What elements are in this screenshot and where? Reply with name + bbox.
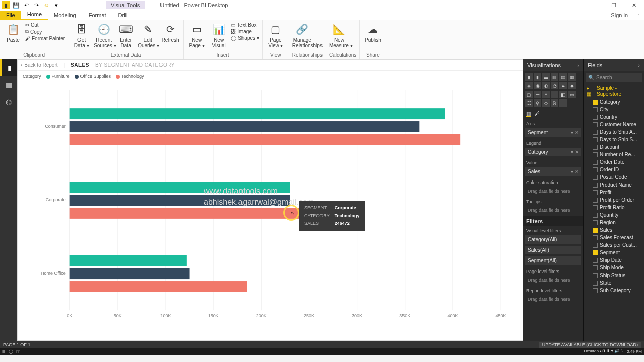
- collapse-viz-icon[interactable]: ›: [577, 62, 579, 68]
- update-available-button[interactable]: UPDATE AVAILABLE (CLICK TO DOWNLOAD): [539, 342, 641, 348]
- taskview-icon[interactable]: ▯▯: [16, 349, 20, 354]
- copy-button[interactable]: ⧉ Copy: [25, 29, 65, 35]
- field-checkbox[interactable]: [593, 160, 598, 165]
- bar[interactable]: [70, 255, 187, 266]
- bar[interactable]: [70, 268, 190, 279]
- field-item[interactable]: Profit per Order: [584, 196, 644, 204]
- field-item[interactable]: City: [584, 106, 644, 113]
- bar-chart[interactable]: 0K50K100K150K200K250K300K350K400K450KCon…: [18, 85, 523, 325]
- field-item[interactable]: Days to Ship S...: [584, 136, 644, 143]
- new-visual-button[interactable]: 📊New Visual: [209, 21, 229, 48]
- textbox-button[interactable]: ▭ Text Box: [231, 22, 259, 28]
- format-painter-button[interactable]: 🖌 Format Painter: [25, 36, 65, 41]
- viz-type-icon[interactable]: ▮: [525, 73, 533, 81]
- model-view-button[interactable]: ⌬: [0, 94, 17, 111]
- viz-type-icon[interactable]: ⋯: [559, 99, 567, 107]
- field-checkbox[interactable]: [593, 175, 598, 180]
- fields-search[interactable]: 🔍 Search: [586, 73, 642, 82]
- viz-type-icon[interactable]: ℝ: [551, 99, 558, 107]
- field-item[interactable]: Order Date: [584, 158, 644, 166]
- field-checkbox[interactable]: [593, 137, 598, 142]
- field-checkbox[interactable]: [593, 281, 598, 286]
- undo-icon[interactable]: ↶: [22, 1, 30, 9]
- viz-type-icon[interactable]: ≣: [551, 90, 558, 98]
- table-node[interactable]: ▸ ▦ Sample - Superstore: [584, 84, 644, 98]
- viz-type-icon[interactable]: ◔: [551, 82, 558, 89]
- field-item[interactable]: Profit Ratio: [584, 204, 644, 211]
- field-item[interactable]: Product Name: [584, 181, 644, 189]
- fields-tab-icon[interactable]: ▥: [526, 111, 531, 117]
- cut-button[interactable]: ✂ Cut: [25, 22, 65, 28]
- legend-well[interactable]: Category▾ ✕: [525, 148, 581, 156]
- tooltips-drop[interactable]: Drag data fields here: [525, 206, 581, 214]
- report-filters-drop[interactable]: Drag data fields here: [525, 295, 581, 303]
- field-checkbox[interactable]: [593, 273, 598, 278]
- bar[interactable]: [70, 134, 460, 145]
- new-page-button[interactable]: ▭New Page ▾: [187, 21, 207, 48]
- viz-type-icon[interactable]: ▥: [551, 73, 558, 81]
- field-item[interactable]: Postal Code: [584, 173, 644, 181]
- viz-type-icon[interactable]: ◧: [559, 90, 567, 98]
- field-checkbox[interactable]: [593, 115, 598, 120]
- field-checkbox[interactable]: [593, 228, 598, 233]
- axis-well[interactable]: Segment▾ ✕: [525, 128, 581, 137]
- cortana-icon[interactable]: ◯: [9, 349, 13, 354]
- field-checkbox[interactable]: [593, 130, 598, 135]
- new-measure-button[interactable]: 📐New Measure ▾: [329, 21, 349, 48]
- field-checkbox[interactable]: [593, 190, 598, 195]
- field-checkbox[interactable]: [593, 265, 598, 270]
- field-item[interactable]: Number of Re...: [584, 151, 644, 158]
- start-button[interactable]: ⊞: [2, 349, 6, 354]
- field-item[interactable]: Sub-Category: [584, 287, 644, 294]
- field-checkbox[interactable]: [593, 205, 598, 210]
- enter-data-button[interactable]: ⌨Enter Data: [116, 21, 136, 48]
- bar[interactable]: [70, 108, 445, 119]
- viz-type-icon[interactable]: ▬: [542, 73, 550, 81]
- tab-modeling[interactable]: Modeling: [48, 11, 83, 20]
- viz-gallery[interactable]: ▮▮▬▥▤▦◈◉◐◔▲◆▢☰⌖≣◧▭☷⚲◇ℝ⋯: [523, 71, 583, 109]
- close-button[interactable]: ✕: [624, 0, 644, 10]
- viz-type-icon[interactable]: ◆: [568, 82, 576, 89]
- tray-icons[interactable]: Desktop ▴ ◑ ▮ ᴥ 🔊 ⚐: [584, 349, 624, 354]
- filter-segment[interactable]: Segment(All): [525, 256, 581, 265]
- field-item[interactable]: Region: [584, 219, 644, 226]
- field-checkbox[interactable]: [593, 235, 598, 240]
- ribbon-collapse-icon[interactable]: ˄: [634, 13, 644, 20]
- field-item[interactable]: Customer Name: [584, 121, 644, 128]
- maximize-button[interactable]: ☐: [604, 0, 624, 10]
- viz-type-icon[interactable]: ▤: [559, 73, 567, 81]
- viz-type-icon[interactable]: ▲: [559, 82, 567, 89]
- field-checkbox[interactable]: [593, 145, 598, 150]
- filter-sales[interactable]: Sales(All): [525, 246, 581, 254]
- collapse-fields-icon[interactable]: ›: [638, 62, 640, 68]
- smiley-icon[interactable]: ☺: [42, 1, 50, 9]
- field-checkbox[interactable]: [593, 183, 598, 188]
- field-item[interactable]: Discount: [584, 143, 644, 151]
- minimize-button[interactable]: —: [584, 0, 604, 10]
- tab-file[interactable]: File: [0, 11, 21, 20]
- viz-type-icon[interactable]: ▦: [568, 73, 576, 81]
- viz-type-icon[interactable]: ⌖: [542, 90, 550, 98]
- field-checkbox[interactable]: [593, 288, 598, 293]
- field-item[interactable]: Sales: [584, 226, 644, 234]
- signin-link[interactable]: Sign in: [605, 11, 634, 20]
- field-item[interactable]: Country: [584, 113, 644, 121]
- back-to-report-button[interactable]: ‹ Back to Report: [21, 62, 58, 68]
- edit-queries-button[interactable]: ✎Edit Queries ▾: [138, 21, 158, 48]
- windows-taskbar[interactable]: ⊞ ◯ ▯▯ Desktop ▴ ◑ ▮ ᴥ 🔊 ⚐ 2:49 PM: [0, 348, 644, 355]
- field-item[interactable]: State: [584, 279, 644, 287]
- bar[interactable]: [70, 281, 247, 292]
- redo-icon[interactable]: ↷: [32, 1, 40, 9]
- save-icon[interactable]: 💾: [12, 1, 20, 9]
- refresh-button[interactable]: ⟳Refresh: [160, 21, 180, 43]
- viz-type-icon[interactable]: ⚲: [534, 99, 541, 107]
- field-checkbox[interactable]: [593, 152, 598, 157]
- viz-type-icon[interactable]: ☷: [525, 99, 533, 107]
- bar[interactable]: [70, 121, 420, 132]
- viz-type-icon[interactable]: ◉: [534, 82, 541, 89]
- manage-relationships-button[interactable]: 🔗Manage Relationships: [292, 21, 312, 48]
- field-checkbox[interactable]: [593, 198, 598, 203]
- field-item[interactable]: Sales Forecast: [584, 234, 644, 241]
- field-item[interactable]: Ship Status: [584, 272, 644, 279]
- page-view-button[interactable]: ▢Page View ▾: [266, 21, 286, 48]
